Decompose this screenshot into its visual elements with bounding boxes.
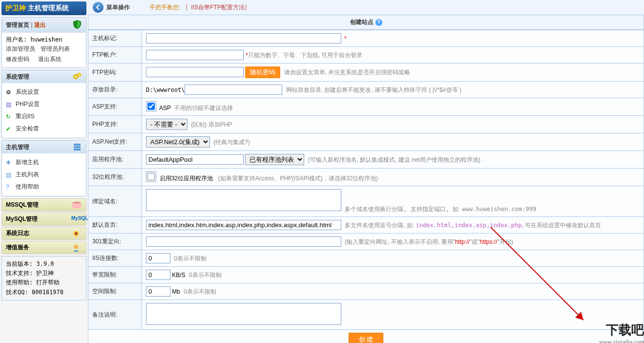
- watermark: 下载吧 www.xiazaiba.com: [599, 322, 644, 343]
- lbl-php: PHP支持:: [88, 116, 142, 133]
- lbl-redirect: 301重定向:: [88, 234, 142, 250]
- svg-rect-4: [74, 144, 81, 146]
- host-list-link[interactable]: 主机列表: [16, 171, 39, 179]
- mysql-icon: MySQL: [71, 215, 82, 223]
- mysql-bar[interactable]: MySQL管理 MySQL: [1, 213, 86, 226]
- mssql-bar[interactable]: MSSQL管理: [1, 198, 86, 212]
- svg-point-10: [74, 245, 78, 249]
- defaultpage-input[interactable]: [146, 220, 341, 230]
- host-help-link[interactable]: 使用帮助: [16, 183, 39, 191]
- server-icon: [72, 143, 82, 151]
- gears-icon: [72, 72, 82, 81]
- restart-icon: ↻: [6, 113, 14, 120]
- log-icon: [71, 230, 82, 237]
- vas-bar[interactable]: 增值服务: [1, 241, 86, 254]
- vas-icon: [71, 244, 82, 252]
- sys-settings-link[interactable]: 系统设置: [16, 88, 39, 96]
- create-button[interactable]: 创 建: [349, 333, 384, 343]
- menu-op-label: 菜单操作: [106, 3, 130, 12]
- domain-textarea[interactable]: [146, 189, 341, 211]
- page-title: 创建站点 ?: [88, 15, 644, 30]
- back-button[interactable]: [93, 2, 104, 13]
- change-pwd-link[interactable]: 修改密码: [6, 55, 29, 64]
- lbl-defaultpage: 默认首页:: [88, 217, 142, 234]
- syslog-bar[interactable]: 系统日志: [1, 227, 86, 240]
- svg-point-1: [75, 76, 77, 78]
- lbl-remark: 备注说明:: [88, 300, 142, 330]
- random-pwd-button[interactable]: 随机密码: [245, 66, 280, 78]
- svg-point-3: [79, 74, 80, 76]
- shield-icon: [72, 20, 82, 31]
- add-admin-link[interactable]: 添加管理员: [6, 45, 35, 53]
- asp-checkbox[interactable]: [147, 103, 155, 110]
- help-icon: ?: [6, 184, 14, 191]
- info-block: 当前版本: 3.9.0 技术支持: 护卫神 使用帮助: 打开帮助 技术QQ: 8…: [1, 256, 86, 300]
- host-tag-input[interactable]: [146, 33, 341, 43]
- ftp-user-input[interactable]: [146, 50, 244, 60]
- lbl-bw: 带宽限制:: [88, 267, 142, 283]
- nav-logout[interactable]: 退出: [34, 21, 46, 28]
- lbl-asp: ASP支持:: [88, 98, 142, 116]
- php-select[interactable]: - 不需要 -: [146, 119, 187, 130]
- lbl-space: 空间限制:: [88, 283, 142, 300]
- qq-link[interactable]: 800181978: [32, 289, 63, 296]
- iisconn-input[interactable]: [146, 253, 170, 263]
- aspnet-select[interactable]: ASP.Net2.0(集成): [146, 136, 210, 148]
- redirect-input[interactable]: [146, 236, 341, 247]
- tip-text[interactable]: 手把手教您: 〖IIS自带FTP配置方法〗: [149, 3, 250, 12]
- pool32-checkbox[interactable]: [147, 173, 155, 180]
- settings-icon: ⚙: [6, 89, 14, 96]
- dir-prefix: D:\wwwroot\: [146, 86, 185, 93]
- pool32-text: 启用32位应用程序池: [160, 175, 213, 182]
- add-icon: ✚: [6, 159, 14, 166]
- lbl-pool32: 32位程序池:: [88, 169, 142, 186]
- restart-iis-link[interactable]: 重启IIS: [16, 112, 35, 121]
- sys-panel: 系统管理 ⚙系统设置 ▤PHP设置 ↻重启IIS ✔安全检查: [1, 70, 86, 138]
- lbl-host-tag: 主机标记:: [88, 30, 142, 47]
- mssql-icon: [71, 201, 82, 209]
- host-panel: 主机管理 ✚新增主机 ▤主机列表 ?使用帮助: [1, 140, 86, 196]
- dir-input[interactable]: [185, 85, 282, 95]
- check-icon: ✔: [6, 126, 14, 132]
- topbar: 菜单操作 手把手教您: 〖IIS自带FTP配置方法〗: [88, 0, 644, 15]
- svg-rect-6: [74, 149, 81, 150]
- php-settings-link[interactable]: PHP设置: [16, 100, 40, 108]
- annotation-arrow: [488, 225, 596, 332]
- remark-textarea[interactable]: [146, 303, 341, 325]
- svg-rect-5: [74, 146, 81, 148]
- title-help-icon[interactable]: ?: [375, 19, 382, 26]
- lbl-ftp-user: FTP帐户:: [88, 47, 142, 64]
- apppool-input[interactable]: [146, 154, 244, 165]
- lbl-ftp-pwd: FTP密码:: [88, 64, 142, 82]
- security-check-link[interactable]: 安全检查: [16, 125, 39, 133]
- admin-list-link[interactable]: 管理员列表: [41, 45, 70, 53]
- lbl-iisconn: IIS连接数:: [88, 250, 142, 267]
- exit-sys-link[interactable]: 退出系统: [38, 55, 62, 64]
- svg-line-11: [491, 227, 583, 320]
- lbl-aspnet: ASP.Net支持:: [88, 133, 142, 151]
- asp-text: ASP: [159, 105, 171, 111]
- php-icon: ▤: [6, 101, 14, 108]
- list-icon: ▤: [6, 172, 14, 178]
- space-input[interactable]: [146, 286, 170, 297]
- nav-panel: 管理首页 | 退出 用户名: huweishen 添加管理员 管理员列表 修改密…: [1, 17, 86, 68]
- open-help-link[interactable]: 打开帮助: [36, 279, 60, 286]
- nav-home[interactable]: 管理首页: [6, 21, 29, 28]
- bw-input[interactable]: [146, 270, 170, 280]
- lbl-dir: 存放目录:: [88, 82, 142, 98]
- required-star: *: [344, 35, 347, 42]
- ftp-pwd-input[interactable]: [146, 67, 244, 77]
- add-host-link[interactable]: 新增主机: [16, 158, 39, 167]
- brand-bar: 护卫神 主机管理系统: [1, 1, 86, 15]
- lbl-apppool: 应用程序池:: [88, 151, 142, 169]
- lbl-domain: 绑定域名:: [88, 186, 142, 217]
- support-link[interactable]: 护卫神: [36, 270, 54, 277]
- svg-point-9: [75, 232, 78, 235]
- apppool-select[interactable]: 已有程序池列表: [245, 154, 304, 165]
